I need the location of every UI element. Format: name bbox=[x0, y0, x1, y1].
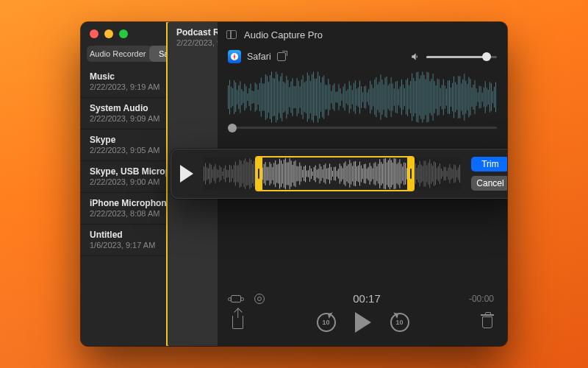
source-name: Safari bbox=[247, 52, 271, 62]
close-icon[interactable] bbox=[90, 29, 98, 38]
remaining-time: -00:00 bbox=[469, 294, 494, 304]
safari-icon bbox=[228, 50, 241, 63]
toggle-sidebar-icon[interactable] bbox=[226, 30, 237, 39]
open-external-icon[interactable] bbox=[277, 52, 286, 61]
scrubber[interactable] bbox=[228, 127, 497, 129]
trim-play-button[interactable] bbox=[180, 165, 193, 183]
list-item[interactable]: Podcast Recording2/22/2023, 9:29 AM00:33 bbox=[166, 66, 217, 346]
source-row: Safari bbox=[218, 47, 507, 71]
app-window: Audio Recorder Saved Files Podcast Recor… bbox=[81, 22, 507, 346]
volume-control bbox=[410, 52, 497, 62]
clip-bounds-icon[interactable] bbox=[231, 295, 241, 302]
trim-handle-left[interactable] bbox=[255, 158, 262, 190]
scrubber-knob[interactable] bbox=[228, 124, 237, 132]
item-date: 2/22/2023, 9:05 AM bbox=[90, 146, 159, 155]
share-button[interactable] bbox=[232, 316, 243, 329]
trim-selection[interactable] bbox=[255, 156, 415, 191]
volume-slider[interactable] bbox=[426, 56, 497, 58]
delete-button[interactable] bbox=[482, 316, 492, 328]
tab-audio-recorder[interactable]: Audio Recorder bbox=[87, 46, 149, 62]
minimize-icon[interactable] bbox=[104, 29, 113, 38]
cancel-button[interactable]: Cancel bbox=[471, 176, 507, 191]
item-date: 2/22/2023, 9:00 AM bbox=[90, 177, 159, 186]
trim-sheet: Trim Cancel bbox=[171, 149, 507, 199]
titlebar: Audio Capture Pro bbox=[218, 22, 507, 47]
trim-button[interactable]: Trim bbox=[471, 157, 507, 171]
zoom-icon[interactable] bbox=[119, 29, 128, 38]
play-button[interactable] bbox=[355, 312, 371, 333]
volume-knob[interactable] bbox=[482, 52, 491, 61]
skip-forward-button[interactable]: 10 bbox=[390, 313, 409, 332]
recordings-list: Podcast Recording2/22/2023, 9:29 AM00:33… bbox=[81, 66, 217, 346]
item-date: 2/22/2023, 9:19 AM bbox=[90, 82, 159, 91]
elapsed-time: 00:17 bbox=[353, 292, 381, 305]
item-date: 2/22/2023, 8:08 AM bbox=[90, 209, 159, 218]
trim-waveform[interactable] bbox=[204, 158, 461, 190]
app-title: Audio Capture Pro bbox=[244, 29, 323, 40]
main-panel: Audio Capture Pro Safari 00: bbox=[218, 22, 507, 346]
trim-buttons: Trim Cancel bbox=[471, 157, 507, 191]
overview-waveform[interactable] bbox=[228, 71, 497, 124]
transport-controls: 10 10 bbox=[218, 305, 507, 346]
trim-handle-right[interactable] bbox=[407, 158, 415, 190]
item-date: 2/22/2023, 9:09 AM bbox=[90, 114, 159, 123]
skip-forward-label: 10 bbox=[392, 314, 408, 330]
speaker-icon bbox=[410, 52, 420, 62]
item-date: 1/6/2023, 9:17 AM bbox=[90, 241, 155, 250]
skip-back-button[interactable]: 10 bbox=[317, 313, 336, 332]
time-row: 00:17 -00:00 bbox=[218, 288, 507, 305]
airplay-icon[interactable] bbox=[254, 294, 265, 304]
share-icon bbox=[232, 316, 243, 329]
skip-back-label: 10 bbox=[318, 314, 334, 330]
trash-icon bbox=[482, 316, 492, 328]
